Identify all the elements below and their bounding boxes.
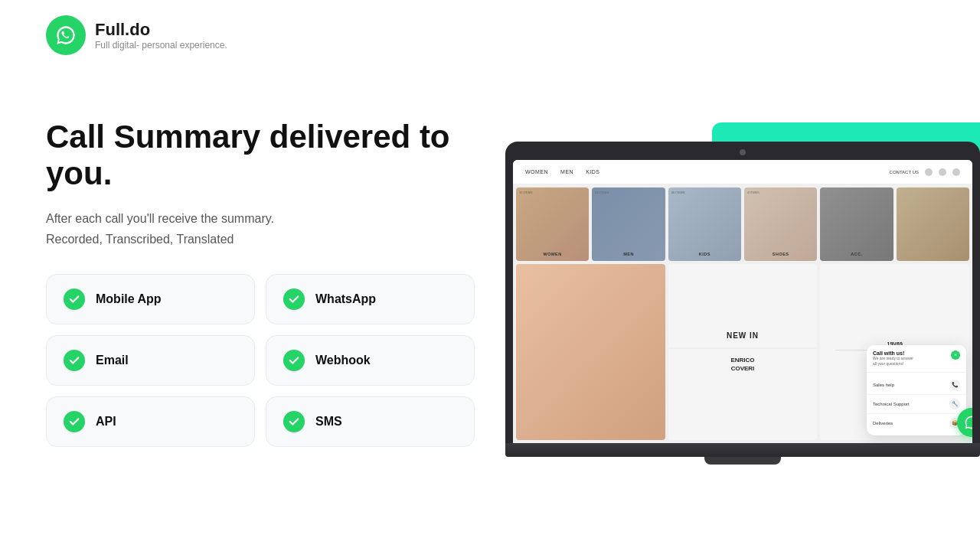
enrico-coveri-brand: ENRICOCOVERI: [730, 357, 754, 373]
main-title: Call Summary delivered to you.: [46, 119, 490, 193]
chat-header: Call with us! We are ready to answerall …: [867, 345, 966, 373]
product-label-shoes: SHOES: [744, 252, 817, 256]
chat-header-text: Call with us! We are ready to answerall …: [873, 350, 913, 367]
product-card-acc: ACC.: [820, 187, 893, 261]
chat-widget[interactable]: Call with us! We are ready to answerall …: [867, 345, 966, 435]
feature-card-webhook[interactable]: Webhook: [266, 335, 475, 386]
logo-icon: [46, 15, 86, 55]
nav-right: CONTACT US: [890, 168, 960, 176]
logo-name: Full.do: [95, 20, 227, 40]
laptop-screen-outer: WOMEN MEN KIDS CONTACT US 10 ITEMS: [505, 142, 980, 443]
check-icon-sms: [283, 411, 305, 432]
nav-women: WOMEN: [525, 169, 548, 174]
product-label-kids: KIDS: [668, 252, 741, 256]
logo-text: Full.do Full digital- personal experienc…: [95, 20, 227, 51]
chat-options: Sales help 📞 Technical Support 🔧 Deliver…: [867, 373, 966, 435]
product-label-men: MEN: [592, 252, 665, 256]
product-bottom-1: [516, 264, 665, 440]
product-card-women: 10 ITEMS WOMEN: [516, 187, 589, 261]
chat-subtitle: We are ready to answerall your questions…: [873, 356, 913, 367]
chat-close-icon: ×: [954, 352, 957, 357]
laptop-stand: [704, 457, 781, 465]
product-label-acc: ACC.: [820, 252, 893, 256]
header: Full.do Full digital- personal experienc…: [0, 0, 980, 70]
nav-links: WOMEN MEN KIDS: [525, 169, 600, 174]
feature-label-email: Email: [96, 354, 129, 367]
subtitle1: After each call you'll receive the summa…: [46, 210, 490, 228]
product-card-kids: 08 ITEMS KIDS: [668, 187, 741, 261]
chat-title: Call with us!: [873, 350, 913, 356]
left-content: Call Summary delivered to you. After eac…: [46, 119, 490, 447]
feature-card-whatsapp[interactable]: WhatsApp: [266, 274, 475, 324]
laptop-camera: [740, 149, 746, 155]
subtitle2: Recorded, Transcribed, Translated: [46, 233, 490, 246]
check-icon-whatsapp: [283, 289, 305, 310]
feature-label-whatsapp: WhatsApp: [315, 292, 376, 306]
new-in-label: NEW IN: [727, 331, 759, 340]
product-card-men: 04 ITEMS MEN: [592, 187, 665, 261]
chat-option-support[interactable]: Technical Support 🔧: [867, 395, 966, 414]
product-stock-men: 04 ITEMS: [595, 191, 609, 194]
feature-card-mobile-app[interactable]: Mobile App: [46, 274, 255, 324]
product-card-extra: [897, 187, 969, 261]
feature-grid: Mobile App WhatsApp Email Webhook: [46, 274, 475, 447]
user-icon: [952, 168, 960, 176]
deliveries-label: Deliveries: [873, 421, 893, 425]
contact-us: CONTACT US: [890, 170, 919, 174]
chat-icon-nav: [939, 168, 946, 176]
sales-help-icon: 📞: [949, 380, 960, 390]
product-stock-kids: 08 ITEMS: [671, 191, 685, 194]
check-icon-email: [64, 350, 85, 371]
check-icon-api: [64, 411, 85, 432]
chat-option-sales[interactable]: Sales help 📞: [867, 376, 966, 395]
feature-card-email[interactable]: Email: [46, 335, 255, 386]
check-icon-webhook: [283, 350, 305, 371]
sales-help-label: Sales help: [873, 383, 894, 387]
product-label-women: WOMEN: [516, 252, 589, 256]
feature-label-mobile-app: Mobile App: [96, 292, 162, 306]
product-stock-women: 10 ITEMS: [519, 191, 533, 194]
nav-kids: KIDS: [586, 169, 599, 174]
logo-tagline: Full digital- personal experience.: [95, 40, 227, 51]
laptop-mockup: WOMEN MEN KIDS CONTACT US 10 ITEMS: [505, 142, 980, 465]
feature-label-webhook: Webhook: [315, 354, 371, 367]
product-card-shoes: 4 ITEMS SHOES: [744, 187, 817, 261]
product-stock-shoes: 4 ITEMS: [747, 191, 760, 194]
website-nav: WOMEN MEN KIDS CONTACT US: [513, 160, 972, 184]
right-side-mockup: WOMEN MEN KIDS CONTACT US 10 ITEMS: [482, 99, 980, 497]
tech-support-icon: 🔧: [949, 399, 960, 409]
laptop-screen: WOMEN MEN KIDS CONTACT US 10 ITEMS: [513, 160, 972, 443]
feature-label-sms: SMS: [315, 415, 342, 429]
check-icon-mobile-app: [64, 289, 85, 310]
chat-close-button[interactable]: ×: [951, 350, 960, 360]
feature-card-api[interactable]: API: [46, 396, 255, 447]
nav-men: MEN: [560, 169, 573, 174]
feature-card-sms[interactable]: SMS: [266, 396, 475, 447]
laptop-base: [505, 443, 980, 457]
product-bottom-2: NEW IN ENRICOCOVERI: [668, 264, 818, 440]
feature-label-api: API: [96, 415, 116, 429]
chat-option-deliveries[interactable]: Deliveries 📦: [867, 414, 966, 432]
search-icon: [925, 168, 933, 176]
product-grid-top: 10 ITEMS WOMEN 04 ITEMS MEN 08 ITEMS KID…: [513, 184, 972, 261]
tech-support-label: Technical Support: [873, 402, 910, 406]
